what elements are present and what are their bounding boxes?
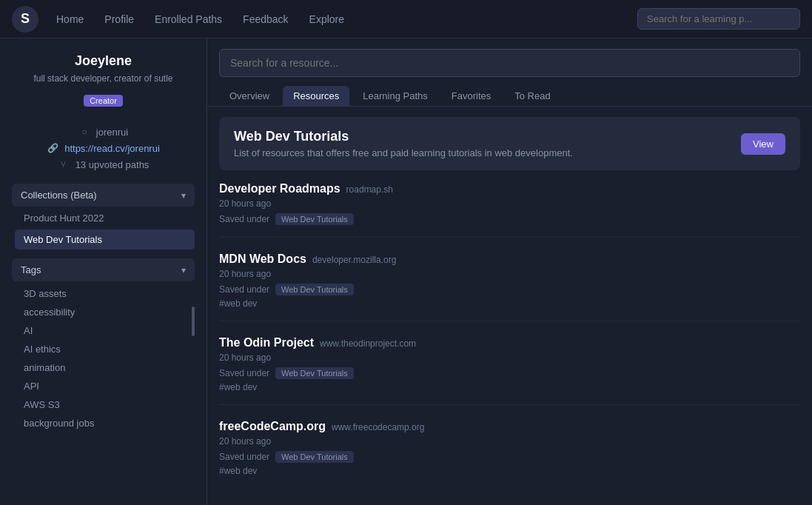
resource-meta: Saved under Web Dev Tutorials [219, 284, 800, 295]
collections-chevron-icon: ▾ [181, 190, 186, 201]
resource-domain: www.freecodecamp.org [332, 422, 424, 432]
tags-label: Tags [21, 264, 41, 275]
user-username-row: ○ jorenrui [78, 126, 128, 138]
collections-label: Collections (Beta) [21, 190, 97, 201]
scrollbar-thumb[interactable] [192, 307, 195, 336]
view-button[interactable]: View [741, 133, 785, 155]
tag-ai-ethics[interactable]: AI ethics [15, 340, 195, 358]
tab-resources[interactable]: Resources [283, 86, 349, 106]
sidebar: Joeylene full stack developer, creator o… [0, 39, 207, 505]
user-name: Joeylene [12, 53, 195, 69]
main-content: Overview Resources Learning Paths Favori… [207, 39, 812, 505]
tags-section: Tags ▾ 3D assets accessibility AI AI eth… [12, 258, 195, 432]
hashtag: #web dev [219, 466, 800, 476]
link-icon: 🔗 [47, 142, 58, 154]
resource-item: freeCodeCamp.org www.freecodecamp.org 20… [219, 420, 800, 488]
nav-links: Home Profile Enrolled Paths Feedback Exp… [47, 9, 637, 30]
hashtag: #web dev [219, 298, 800, 309]
user-meta: ○ jorenrui 🔗 https://read.cv/jorenrui ⑂ … [12, 126, 195, 170]
user-upvotes-row: ⑂ 13 upvoted paths [58, 158, 150, 170]
saved-under-label: Saved under [219, 214, 269, 224]
tags-chevron-icon: ▾ [181, 265, 186, 275]
collection-tag[interactable]: Web Dev Tutorials [275, 284, 354, 295]
saved-under-label: Saved under [219, 368, 269, 378]
tags-list: 3D assets accessibility AI AI ethics ani… [12, 284, 195, 432]
tab-learning-paths[interactable]: Learning Paths [352, 86, 437, 106]
user-link-row: 🔗 https://read.cv/jorenrui [47, 142, 160, 154]
resource-domain: developer.mozilla.org [312, 255, 396, 265]
saved-under-label: Saved under [219, 284, 269, 295]
resource-domain: www.theodinproject.com [320, 338, 416, 349]
nav-enrolled-paths[interactable]: Enrolled Paths [146, 9, 231, 30]
banner-description: List of resources that offers free and p… [234, 147, 573, 158]
resource-meta: Saved under Web Dev Tutorials [219, 367, 800, 379]
resource-title[interactable]: Developer Roadmaps [219, 182, 340, 195]
upvoted-paths: 13 upvoted paths [76, 159, 150, 170]
nav-logo: S [12, 6, 38, 33]
user-url[interactable]: https://read.cv/jorenrui [64, 143, 160, 154]
tab-to-read[interactable]: To Read [504, 86, 560, 106]
collection-item[interactable]: Product Hunt 2022 [15, 208, 195, 228]
username: jorenrui [96, 127, 128, 138]
user-bio: full stack developer, creator of sutle [12, 73, 195, 84]
resource-time: 20 hours ago [219, 198, 800, 209]
creator-badge: Creator [84, 95, 123, 107]
resource-time: 20 hours ago [219, 269, 800, 279]
main-layout: Joeylene full stack developer, creator o… [0, 39, 812, 505]
tag-animation[interactable]: animation [15, 358, 195, 377]
collection-tag[interactable]: Web Dev Tutorials [275, 451, 354, 463]
tag-ai[interactable]: AI [15, 321, 195, 340]
navbar: S Home Profile Enrolled Paths Feedback E… [0, 0, 812, 39]
resource-meta: Saved under Web Dev Tutorials [219, 451, 800, 463]
resource-item: The Odin Project www.theodinproject.com … [219, 336, 800, 405]
resource-title[interactable]: MDN Web Docs [219, 252, 306, 266]
resource-title[interactable]: freeCodeCamp.org [219, 420, 326, 433]
tag-3d-assets[interactable]: 3D assets [15, 284, 195, 303]
collection-item-active[interactable]: Web Dev Tutorials [15, 230, 195, 250]
resource-item: Developer Roadmaps roadmap.sh 20 hours a… [219, 182, 800, 238]
resource-time: 20 hours ago [219, 436, 800, 447]
tags-header[interactable]: Tags ▾ [12, 258, 195, 281]
resource-meta: Saved under Web Dev Tutorials [219, 213, 800, 225]
resource-search-input[interactable] [219, 49, 800, 77]
nav-profile[interactable]: Profile [95, 9, 143, 30]
tabs: Overview Resources Learning Paths Favori… [207, 77, 812, 107]
nav-explore[interactable]: Explore [301, 9, 353, 30]
tab-favorites[interactable]: Favorites [441, 86, 501, 106]
resource-item: MDN Web Docs developer.mozilla.org 20 ho… [219, 252, 800, 321]
collection-list: Product Hunt 2022 Web Dev Tutorials [12, 208, 195, 250]
content-search-area [207, 39, 812, 77]
collection-tag[interactable]: Web Dev Tutorials [275, 213, 354, 225]
hashtag: #web dev [219, 382, 800, 392]
resource-time: 20 hours ago [219, 352, 800, 363]
tag-api[interactable]: API [15, 377, 195, 395]
tag-background-jobs[interactable]: background jobs [15, 414, 195, 432]
tag-aws-s3[interactable]: AWS S3 [15, 395, 195, 414]
collection-banner: Web Dev Tutorials List of resources that… [219, 117, 800, 170]
saved-under-label: Saved under [219, 452, 269, 462]
resource-title[interactable]: The Odin Project [219, 336, 314, 350]
upvote-icon: ⑂ [58, 158, 70, 170]
collections-header[interactable]: Collections (Beta) ▾ [12, 184, 195, 207]
tab-overview[interactable]: Overview [219, 86, 280, 106]
tag-accessibility[interactable]: accessibility [15, 303, 195, 321]
user-icon: ○ [78, 126, 90, 138]
nav-feedback[interactable]: Feedback [234, 9, 297, 30]
resource-domain: roadmap.sh [346, 184, 393, 195]
nav-home[interactable]: Home [47, 9, 93, 30]
nav-search-input[interactable] [637, 8, 800, 30]
resources-list: Web Dev Tutorials List of resources that… [207, 107, 812, 505]
banner-title: Web Dev Tutorials [234, 129, 573, 144]
collection-tag[interactable]: Web Dev Tutorials [275, 367, 354, 379]
